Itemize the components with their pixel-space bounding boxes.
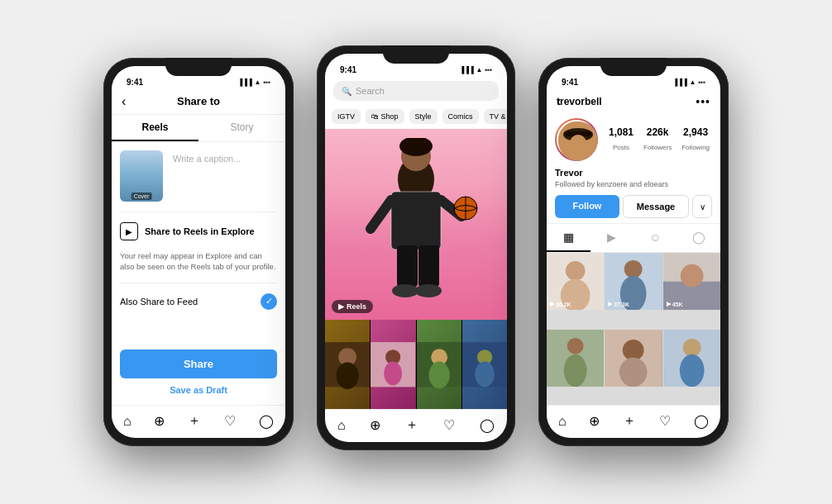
message-button[interactable]: Message xyxy=(623,195,689,218)
back-button-3[interactable]: ‹ xyxy=(557,94,561,109)
svg-point-20 xyxy=(428,361,449,388)
nav-search-1[interactable]: ⊕ xyxy=(154,413,165,429)
search-bar[interactable]: 🔍 Search xyxy=(333,81,499,101)
grid-cell-2[interactable] xyxy=(371,320,415,409)
photo-cell-3[interactable]: ▶ 45K xyxy=(663,253,720,310)
tab-tagged-stories[interactable]: ☺ xyxy=(634,224,677,252)
photo-cell-1[interactable]: ▶ 30.2K xyxy=(547,253,604,310)
time-2: 9:41 xyxy=(340,65,356,74)
categories-row: IGTV 🛍 Shop Style Comics TV & Movie xyxy=(325,106,507,129)
following-label: Following xyxy=(681,144,710,151)
svg-point-29 xyxy=(566,261,586,281)
nav-heart-2[interactable]: ♡ xyxy=(443,417,455,433)
cat-style[interactable]: Style xyxy=(409,109,438,124)
following-value: 2,943 xyxy=(681,126,710,138)
nav-add-2[interactable]: ＋ xyxy=(405,416,418,434)
action-row: Follow Message ∨ xyxy=(547,192,720,223)
nav-profile-1[interactable]: ◯ xyxy=(259,413,274,429)
photo-cell-2[interactable]: ▶ 37.3K xyxy=(605,253,662,310)
phone-inner-2: 9:41 ▐▐▐ ▲ ▪▪▪ 🔍 Search IGTV 🛍 Shop xyxy=(325,54,507,442)
divider-2 xyxy=(120,283,277,283)
phone-profile: 9:41 ▐▐▐ ▲ ▪▪▪ ‹ trevorbell ••• xyxy=(538,58,729,446)
tab-reels[interactable]: Reels xyxy=(112,115,198,141)
bottom-nav-3: ⌂ ⊕ ＋ ♡ ◯ xyxy=(547,405,720,438)
explore-title: Share to Reels in Explore xyxy=(145,226,255,236)
search-placeholder: Search xyxy=(356,86,385,96)
video-count-3: ▶ 45K xyxy=(667,301,683,307)
followers-value: 226k xyxy=(643,126,672,138)
nav-home-1[interactable]: ⌂ xyxy=(123,414,131,429)
nav-home-2[interactable]: ⌂ xyxy=(337,418,346,433)
grid-cell-1[interactable] xyxy=(325,320,370,409)
share-to-content: Write a caption... ▶ Share to Reels in E… xyxy=(112,142,285,343)
also-share-checkbox[interactable]: ✓ xyxy=(261,293,277,310)
follow-button[interactable]: Follow xyxy=(555,195,619,218)
tab-grid[interactable]: ▦ xyxy=(547,224,591,252)
reels-explore-icon: ▶ xyxy=(120,222,138,240)
bottom-nav-1: ⌂ ⊕ ＋ ♡ ◯ xyxy=(112,405,285,438)
nav-search-3[interactable]: ⊕ xyxy=(589,413,600,429)
svg-point-42 xyxy=(619,357,648,387)
back-button-1[interactable]: ‹ xyxy=(122,94,126,109)
caption-input[interactable]: Write a caption... xyxy=(170,150,277,167)
status-icons-1: ▐▐▐ ▲ ▪▪▪ xyxy=(238,78,270,86)
cat-igtv[interactable]: IGTV xyxy=(332,109,361,124)
stats-row: 1,081 Posts 226k Followers 2,943 Followi… xyxy=(606,126,712,153)
nav-profile-2[interactable]: ◯ xyxy=(480,417,495,433)
photo-cell-4[interactable] xyxy=(547,330,604,387)
share-to-header: ‹ Share to xyxy=(112,90,285,115)
svg-point-38 xyxy=(567,337,584,354)
svg-point-44 xyxy=(682,338,701,356)
svg-point-23 xyxy=(475,361,495,387)
video-count-2: ▶ 37.3K xyxy=(608,301,629,307)
svg-rect-3 xyxy=(391,192,441,250)
followers-label: Followers xyxy=(643,144,672,151)
phone-inner-1: 9:41 ▐▐▐ ▲ ▪▪▪ ‹ Share to Reels Story xyxy=(112,66,285,438)
search-icon: 🔍 xyxy=(342,87,351,96)
nav-add-1[interactable]: ＋ xyxy=(188,412,201,430)
notch-2 xyxy=(383,45,449,64)
followed-by: Followed by kenzoere and eloears xyxy=(547,179,720,192)
tab-reels[interactable]: ▶ xyxy=(591,224,634,252)
photo-cell-6[interactable] xyxy=(663,330,720,387)
reels-main: ▶ Reels xyxy=(325,129,507,409)
nav-heart-3[interactable]: ♡ xyxy=(659,413,671,429)
posts-value: 1,081 xyxy=(609,126,634,138)
reel-hero[interactable]: ▶ Reels xyxy=(325,129,507,320)
tab-tagged[interactable]: ◯ xyxy=(677,224,721,252)
phone-share-to: 9:41 ▐▐▐ ▲ ▪▪▪ ‹ Share to Reels Story xyxy=(103,58,294,446)
svg-point-36 xyxy=(680,264,703,288)
photo-grid: ▶ 30.2K ▶ 37.3K xyxy=(547,253,720,405)
cat-comics[interactable]: Comics xyxy=(442,109,479,124)
more-options[interactable]: ••• xyxy=(696,95,710,108)
bottom-nav-2: ⌂ ⊕ ＋ ♡ ◯ xyxy=(325,409,507,442)
svg-point-10 xyxy=(392,284,418,297)
cat-shop[interactable]: 🛍 Shop xyxy=(366,109,404,124)
nav-heart-1[interactable]: ♡ xyxy=(224,413,236,429)
svg-rect-8 xyxy=(397,245,418,287)
nav-add-3[interactable]: ＋ xyxy=(623,412,636,430)
photo-cell-5[interactable] xyxy=(605,330,662,387)
nav-profile-3[interactable]: ◯ xyxy=(694,413,709,429)
share-button[interactable]: Share xyxy=(120,349,277,378)
time-3: 9:41 xyxy=(562,78,578,87)
reel-person-svg xyxy=(354,138,478,320)
grid-cell-4[interactable] xyxy=(462,320,507,409)
cover-thumbnail[interactable] xyxy=(120,150,163,202)
tabs-row: Reels Story xyxy=(112,115,285,142)
nav-home-3[interactable]: ⌂ xyxy=(558,414,567,429)
grid-cell-3[interactable] xyxy=(417,320,461,409)
draft-button[interactable]: Save as Draft xyxy=(120,385,277,395)
nav-search-2[interactable]: ⊕ xyxy=(370,417,380,433)
notch-1 xyxy=(165,58,232,76)
tab-story[interactable]: Story xyxy=(198,115,285,141)
avatar xyxy=(555,118,598,161)
dropdown-button[interactable]: ∨ xyxy=(692,195,712,218)
stat-followers: 226k Followers xyxy=(643,126,672,153)
cat-tv[interactable]: TV & Movie xyxy=(484,109,507,124)
svg-point-27 xyxy=(570,135,586,151)
phone-inner-3: 9:41 ▐▐▐ ▲ ▪▪▪ ‹ trevorbell ••• xyxy=(547,66,720,438)
username: trevorbell xyxy=(557,96,602,107)
status-icons-3: ▐▐▐ ▲ ▪▪▪ xyxy=(673,78,705,86)
phone-explore: 9:41 ▐▐▐ ▲ ▪▪▪ 🔍 Search IGTV 🛍 Shop xyxy=(317,45,515,450)
